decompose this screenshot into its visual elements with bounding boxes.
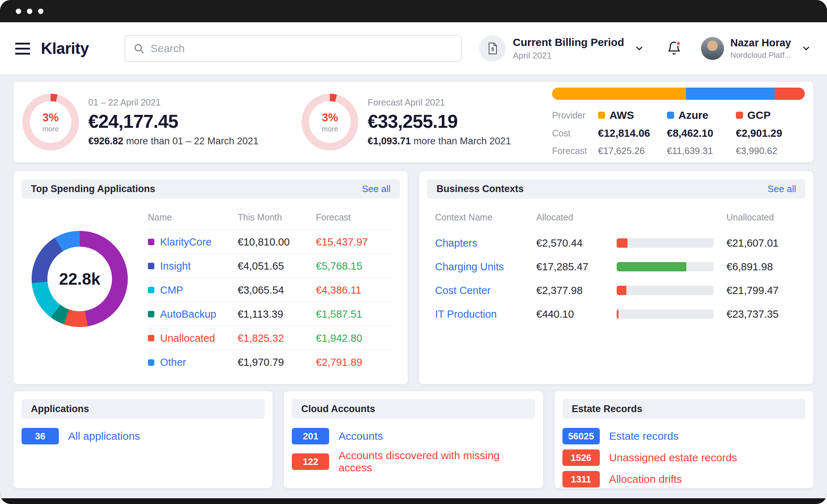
card-title: Estate Records [572,403,643,415]
business-contexts-card: Business Contexts See all Context Name A… [419,171,813,384]
current-spend-block: 3% more 01 – 22 April 2021 €24,177.45 €9… [22,94,258,150]
applications-donut-chart: 22.8k [32,231,128,327]
stat-row: 1311 Allocation drifts [562,471,805,487]
count-badge: 56025 [562,428,600,444]
cloud-accounts-card: Cloud Accounts 201 Accounts 122 Accounts… [284,391,543,488]
app-logo: Klarity [41,39,89,57]
card-header: Business Contexts See all [427,179,805,199]
card-title: Top Spending Applications [31,183,155,195]
forecast-spend-donut: 3% more [302,94,358,150]
count-badge: 201 [292,428,329,444]
stat-link[interactable]: All applications [68,430,140,442]
allocated-value: €2,570.44 [536,237,617,249]
allocation-bar-fill [617,262,686,271]
provider-cost-stacked-bar [552,88,805,100]
context-link[interactable]: Cost Center [435,285,536,297]
app-window: Klarity $ Current Billing Per [0,0,827,504]
provider-name: Azure [667,109,736,121]
see-all-link[interactable]: See all [362,183,391,195]
count-badge: 36 [22,428,59,444]
provider-forecast: €3,990.62 [736,145,805,157]
window-dot [38,9,43,14]
allocation-bar [617,309,714,319]
table-row: Chapters €2,570.44 €21,607.01 [435,231,798,255]
stat-link[interactable]: Accounts discovered with missing access [338,449,535,474]
search-icon [133,43,145,54]
chevron-down-icon[interactable] [801,43,811,53]
forecast-value: €2,791.89 [316,356,393,368]
context-link[interactable]: IT Production [435,308,536,320]
stat-link[interactable]: Unassigned estate records [609,452,737,464]
unallocated-value: €6,891.98 [726,261,798,273]
table-row: AutoBackup €1,113.39 €1,587.51 [148,302,393,326]
search-input[interactable] [150,42,453,55]
svg-text:$: $ [491,46,494,52]
estate-records-card: Estate Records 56025 Estate records 1526… [555,391,813,488]
gcp-color-swatch [736,112,743,119]
table-row: Unallocated €1,825.32 €1,942.80 [148,326,393,350]
provider-row-label: Provider [552,110,598,121]
azure-color-swatch [667,112,674,119]
allocation-bar [617,238,714,248]
app-link[interactable]: Other [160,356,186,368]
month-value: €1,113.39 [238,308,316,320]
table-row: Other €1,970.79 €2,791.89 [148,350,393,374]
forecast-row-label: Forecast [552,146,598,156]
menu-icon[interactable] [14,41,32,57]
stat-row: 36 All applications [22,428,265,444]
window-titlebar [0,0,827,22]
delta-text: more than March 2021 [414,136,511,146]
billing-period-selector[interactable]: $ Current Billing Period April 2021 [479,35,644,62]
month-value: €10,810.00 [238,236,316,248]
provider-table: Provider AWS Azure GCP Cost €12,814.06 €… [552,109,805,157]
provider-name: GCP [736,109,805,121]
chevron-down-icon[interactable] [634,43,644,53]
table-row: IT Production €440.10 €23,737.35 [435,302,798,326]
provider-name: AWS [598,109,667,121]
user-org: Nordcloud Platf... [730,51,791,60]
series-color-swatch [148,287,154,293]
search-box [125,35,462,62]
series-color-swatch [148,311,154,317]
month-value: €3,065.54 [238,284,316,296]
providers-breakdown: Provider AWS Azure GCP Cost €12,814.06 €… [552,88,805,157]
series-color-swatch [148,335,154,341]
window-dot [27,9,32,14]
app-link[interactable]: AutoBackup [160,308,216,320]
notifications-button[interactable] [667,41,682,56]
card-header: Top Spending Applications See all [22,179,400,199]
invoice-icon: $ [479,35,506,62]
series-color-swatch [148,359,154,366]
avatar [701,37,724,60]
see-all-link[interactable]: See all [768,183,796,195]
donut-percent: 3% [43,111,59,124]
stat-link[interactable]: Allocation drifts [609,473,682,485]
delta-amount: €1,093.71 [368,136,411,146]
app-link[interactable]: Unallocated [160,332,215,344]
user-name: Nazar Horay [730,37,791,49]
count-badge: 1526 [562,449,600,466]
main-content: 3% more 01 – 22 April 2021 €24,177.45 €9… [0,75,827,498]
table-row: Charging Units €17,285.47 €6,891.98 [435,255,798,279]
app-link[interactable]: CMP [160,284,183,296]
donut-percent-label: more [42,125,59,133]
business-contexts-table: Context Name Allocated Unallocated Chapt… [419,199,813,326]
stat-link[interactable]: Accounts [338,430,383,442]
period-label: Forecast April 2021 [368,97,511,108]
forecast-value: €5,768.15 [316,260,393,272]
stat-link[interactable]: Estate records [609,430,678,442]
aws-bar-segment [552,88,686,100]
context-link[interactable]: Chapters [435,237,536,249]
app-link[interactable]: KlarityCore [160,236,211,248]
table-row: CMP €3,065.54 €4,386.11 [148,278,393,302]
user-menu[interactable]: Nazar Horay Nordcloud Platf... [701,37,811,60]
context-link[interactable]: Charging Units [435,261,536,273]
stat-row: 201 Accounts [292,428,535,444]
app-header: Klarity $ Current Billing Per [0,22,827,75]
allocation-bar [617,286,714,295]
allocated-value: €440.10 [536,308,617,320]
forecast-value: €4,386.11 [316,284,393,296]
azure-bar-segment [686,88,774,100]
app-link[interactable]: Insight [160,260,191,272]
count-badge: 1311 [562,471,600,487]
